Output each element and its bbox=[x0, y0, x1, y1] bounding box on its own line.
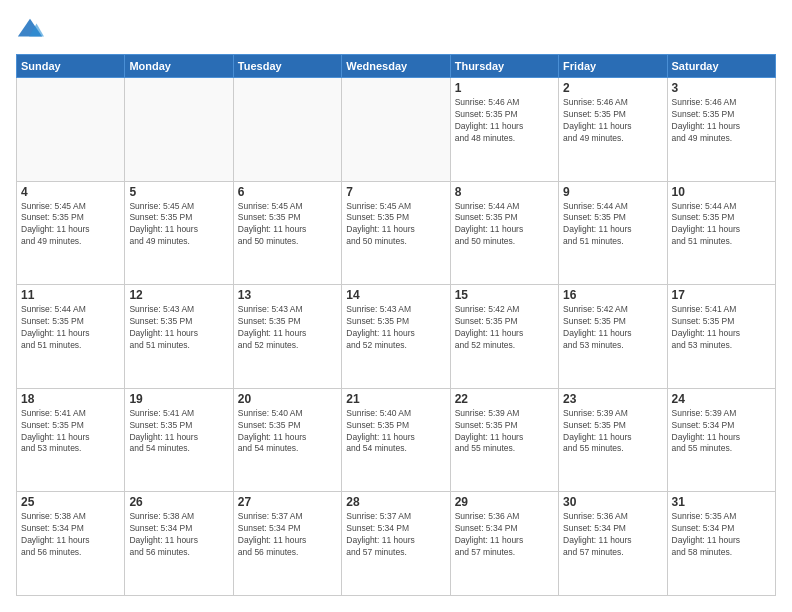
weekday-header-thursday: Thursday bbox=[450, 55, 558, 78]
calendar-cell: 18Sunrise: 5:41 AM Sunset: 5:35 PM Dayli… bbox=[17, 388, 125, 492]
calendar-cell: 5Sunrise: 5:45 AM Sunset: 5:35 PM Daylig… bbox=[125, 181, 233, 285]
calendar-cell: 12Sunrise: 5:43 AM Sunset: 5:35 PM Dayli… bbox=[125, 285, 233, 389]
day-number: 24 bbox=[672, 392, 771, 406]
calendar-cell: 23Sunrise: 5:39 AM Sunset: 5:35 PM Dayli… bbox=[559, 388, 667, 492]
calendar-cell: 26Sunrise: 5:38 AM Sunset: 5:34 PM Dayli… bbox=[125, 492, 233, 596]
day-info: Sunrise: 5:46 AM Sunset: 5:35 PM Dayligh… bbox=[672, 97, 771, 145]
calendar-cell: 19Sunrise: 5:41 AM Sunset: 5:35 PM Dayli… bbox=[125, 388, 233, 492]
day-info: Sunrise: 5:39 AM Sunset: 5:35 PM Dayligh… bbox=[563, 408, 662, 456]
day-number: 29 bbox=[455, 495, 554, 509]
calendar-cell: 9Sunrise: 5:44 AM Sunset: 5:35 PM Daylig… bbox=[559, 181, 667, 285]
week-row-1: 1Sunrise: 5:46 AM Sunset: 5:35 PM Daylig… bbox=[17, 78, 776, 182]
logo bbox=[16, 16, 48, 44]
day-number: 14 bbox=[346, 288, 445, 302]
calendar-cell: 25Sunrise: 5:38 AM Sunset: 5:34 PM Dayli… bbox=[17, 492, 125, 596]
calendar-cell bbox=[17, 78, 125, 182]
day-number: 23 bbox=[563, 392, 662, 406]
day-number: 20 bbox=[238, 392, 337, 406]
week-row-4: 18Sunrise: 5:41 AM Sunset: 5:35 PM Dayli… bbox=[17, 388, 776, 492]
day-info: Sunrise: 5:43 AM Sunset: 5:35 PM Dayligh… bbox=[129, 304, 228, 352]
calendar-cell: 30Sunrise: 5:36 AM Sunset: 5:34 PM Dayli… bbox=[559, 492, 667, 596]
day-number: 6 bbox=[238, 185, 337, 199]
calendar-cell bbox=[125, 78, 233, 182]
day-number: 25 bbox=[21, 495, 120, 509]
day-number: 26 bbox=[129, 495, 228, 509]
weekday-header-saturday: Saturday bbox=[667, 55, 775, 78]
weekday-header-monday: Monday bbox=[125, 55, 233, 78]
calendar-cell: 16Sunrise: 5:42 AM Sunset: 5:35 PM Dayli… bbox=[559, 285, 667, 389]
day-number: 4 bbox=[21, 185, 120, 199]
day-number: 10 bbox=[672, 185, 771, 199]
day-info: Sunrise: 5:41 AM Sunset: 5:35 PM Dayligh… bbox=[129, 408, 228, 456]
day-number: 27 bbox=[238, 495, 337, 509]
day-number: 22 bbox=[455, 392, 554, 406]
day-number: 12 bbox=[129, 288, 228, 302]
day-number: 28 bbox=[346, 495, 445, 509]
calendar-cell bbox=[342, 78, 450, 182]
day-info: Sunrise: 5:35 AM Sunset: 5:34 PM Dayligh… bbox=[672, 511, 771, 559]
weekday-header-wednesday: Wednesday bbox=[342, 55, 450, 78]
calendar-cell: 11Sunrise: 5:44 AM Sunset: 5:35 PM Dayli… bbox=[17, 285, 125, 389]
day-info: Sunrise: 5:37 AM Sunset: 5:34 PM Dayligh… bbox=[238, 511, 337, 559]
calendar-cell: 13Sunrise: 5:43 AM Sunset: 5:35 PM Dayli… bbox=[233, 285, 341, 389]
day-number: 2 bbox=[563, 81, 662, 95]
week-row-5: 25Sunrise: 5:38 AM Sunset: 5:34 PM Dayli… bbox=[17, 492, 776, 596]
day-info: Sunrise: 5:44 AM Sunset: 5:35 PM Dayligh… bbox=[563, 201, 662, 249]
day-info: Sunrise: 5:45 AM Sunset: 5:35 PM Dayligh… bbox=[21, 201, 120, 249]
calendar-cell: 17Sunrise: 5:41 AM Sunset: 5:35 PM Dayli… bbox=[667, 285, 775, 389]
day-info: Sunrise: 5:39 AM Sunset: 5:34 PM Dayligh… bbox=[672, 408, 771, 456]
day-number: 9 bbox=[563, 185, 662, 199]
day-number: 15 bbox=[455, 288, 554, 302]
calendar-cell: 22Sunrise: 5:39 AM Sunset: 5:35 PM Dayli… bbox=[450, 388, 558, 492]
calendar-cell: 24Sunrise: 5:39 AM Sunset: 5:34 PM Dayli… bbox=[667, 388, 775, 492]
day-number: 7 bbox=[346, 185, 445, 199]
day-info: Sunrise: 5:41 AM Sunset: 5:35 PM Dayligh… bbox=[21, 408, 120, 456]
day-info: Sunrise: 5:40 AM Sunset: 5:35 PM Dayligh… bbox=[238, 408, 337, 456]
day-info: Sunrise: 5:38 AM Sunset: 5:34 PM Dayligh… bbox=[129, 511, 228, 559]
calendar-cell: 2Sunrise: 5:46 AM Sunset: 5:35 PM Daylig… bbox=[559, 78, 667, 182]
day-info: Sunrise: 5:44 AM Sunset: 5:35 PM Dayligh… bbox=[455, 201, 554, 249]
day-number: 5 bbox=[129, 185, 228, 199]
calendar-cell: 14Sunrise: 5:43 AM Sunset: 5:35 PM Dayli… bbox=[342, 285, 450, 389]
calendar-cell: 7Sunrise: 5:45 AM Sunset: 5:35 PM Daylig… bbox=[342, 181, 450, 285]
logo-icon bbox=[16, 16, 44, 44]
day-info: Sunrise: 5:36 AM Sunset: 5:34 PM Dayligh… bbox=[455, 511, 554, 559]
header bbox=[16, 16, 776, 44]
day-info: Sunrise: 5:39 AM Sunset: 5:35 PM Dayligh… bbox=[455, 408, 554, 456]
day-info: Sunrise: 5:41 AM Sunset: 5:35 PM Dayligh… bbox=[672, 304, 771, 352]
calendar-cell: 3Sunrise: 5:46 AM Sunset: 5:35 PM Daylig… bbox=[667, 78, 775, 182]
calendar-cell: 6Sunrise: 5:45 AM Sunset: 5:35 PM Daylig… bbox=[233, 181, 341, 285]
calendar-cell: 29Sunrise: 5:36 AM Sunset: 5:34 PM Dayli… bbox=[450, 492, 558, 596]
calendar-cell: 28Sunrise: 5:37 AM Sunset: 5:34 PM Dayli… bbox=[342, 492, 450, 596]
day-number: 17 bbox=[672, 288, 771, 302]
day-number: 13 bbox=[238, 288, 337, 302]
day-info: Sunrise: 5:43 AM Sunset: 5:35 PM Dayligh… bbox=[238, 304, 337, 352]
calendar-cell: 20Sunrise: 5:40 AM Sunset: 5:35 PM Dayli… bbox=[233, 388, 341, 492]
day-info: Sunrise: 5:45 AM Sunset: 5:35 PM Dayligh… bbox=[346, 201, 445, 249]
calendar-cell: 21Sunrise: 5:40 AM Sunset: 5:35 PM Dayli… bbox=[342, 388, 450, 492]
page: SundayMondayTuesdayWednesdayThursdayFrid… bbox=[0, 0, 792, 612]
day-info: Sunrise: 5:38 AM Sunset: 5:34 PM Dayligh… bbox=[21, 511, 120, 559]
weekday-header-tuesday: Tuesday bbox=[233, 55, 341, 78]
day-number: 31 bbox=[672, 495, 771, 509]
day-number: 19 bbox=[129, 392, 228, 406]
weekday-header-row: SundayMondayTuesdayWednesdayThursdayFrid… bbox=[17, 55, 776, 78]
day-number: 11 bbox=[21, 288, 120, 302]
day-number: 3 bbox=[672, 81, 771, 95]
day-info: Sunrise: 5:43 AM Sunset: 5:35 PM Dayligh… bbox=[346, 304, 445, 352]
day-info: Sunrise: 5:45 AM Sunset: 5:35 PM Dayligh… bbox=[129, 201, 228, 249]
day-number: 30 bbox=[563, 495, 662, 509]
calendar-cell: 1Sunrise: 5:46 AM Sunset: 5:35 PM Daylig… bbox=[450, 78, 558, 182]
calendar-cell: 10Sunrise: 5:44 AM Sunset: 5:35 PM Dayli… bbox=[667, 181, 775, 285]
calendar-cell: 27Sunrise: 5:37 AM Sunset: 5:34 PM Dayli… bbox=[233, 492, 341, 596]
day-info: Sunrise: 5:45 AM Sunset: 5:35 PM Dayligh… bbox=[238, 201, 337, 249]
day-number: 8 bbox=[455, 185, 554, 199]
day-info: Sunrise: 5:42 AM Sunset: 5:35 PM Dayligh… bbox=[563, 304, 662, 352]
day-info: Sunrise: 5:40 AM Sunset: 5:35 PM Dayligh… bbox=[346, 408, 445, 456]
calendar-cell bbox=[233, 78, 341, 182]
day-number: 1 bbox=[455, 81, 554, 95]
day-number: 18 bbox=[21, 392, 120, 406]
day-info: Sunrise: 5:46 AM Sunset: 5:35 PM Dayligh… bbox=[455, 97, 554, 145]
day-info: Sunrise: 5:46 AM Sunset: 5:35 PM Dayligh… bbox=[563, 97, 662, 145]
week-row-2: 4Sunrise: 5:45 AM Sunset: 5:35 PM Daylig… bbox=[17, 181, 776, 285]
